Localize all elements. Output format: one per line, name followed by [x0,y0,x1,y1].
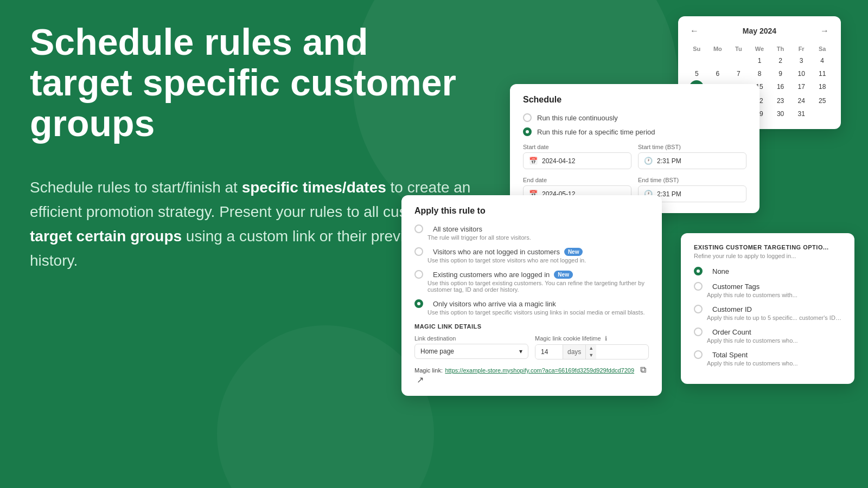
calendar-week-1: 1 2 3 4 [687,54,832,67]
cal-day-4[interactable]: 4 [812,54,832,67]
cal-day-8[interactable]: 8 [750,67,770,80]
targeting-radio-totalspent[interactable] [694,350,703,359]
schedule-radio-specific[interactable] [523,127,532,136]
targeting-option-tags: Customer Tags Apply this rule to custome… [694,282,841,298]
external-link-icon[interactable]: ↗ [417,375,424,384]
targeting-option-tags-row[interactable]: Customer Tags [694,282,841,291]
cal-header-tu: Tu [729,43,749,54]
cal-day-6[interactable]: 6 [708,67,728,80]
start-time-input[interactable]: 🕐 2:31 PM [638,152,746,169]
copy-icon[interactable]: ⧉ [640,365,646,374]
end-time-label: End time (BST) [638,177,746,183]
magic-link-details-row: Link destination Home page ▾ Magic link … [414,335,649,359]
link-destination-field: Link destination Home page ▾ [414,335,528,359]
apply-radio-magiclink[interactable] [414,299,423,308]
apply-option-notloggedin-badge: New [564,248,583,256]
cal-day-empty [708,54,728,67]
apply-rule-title: Apply this rule to [414,206,649,216]
apply-option-loggedin-label: Existing customers who are logged in [433,271,550,279]
schedule-option-specific[interactable]: Run this rule for a specific time period [523,127,746,136]
main-heading: Schedule rules and target specific custo… [30,22,475,143]
targeting-ordercount-label: Order Count [712,328,751,336]
cal-day-30[interactable]: 30 [770,107,790,120]
link-destination-select[interactable]: Home page ▾ [414,344,528,359]
apply-option-loggedin-badge: New [554,271,573,279]
start-date-label: Start date [523,144,631,150]
schedule-option-continuous-label: Run this rule continuously [537,114,618,122]
apply-option-magiclink-label: Only visitors who arrive via a magic lin… [433,300,556,308]
apply-option-all-desc: The rule will trigger for all store visi… [427,234,649,241]
cal-day-5[interactable]: 5 [687,67,707,80]
magic-link-label: Magic link: [414,367,443,374]
apply-radio-notloggedin[interactable] [414,247,423,256]
cal-day-1[interactable]: 1 [750,54,770,67]
calendar-icon: 📅 [529,157,538,165]
cal-day-empty [687,54,707,67]
schedule-option-continuous[interactable]: Run this rule continuously [523,113,746,122]
apply-option-magiclink-desc: Use this option to target specific visit… [427,309,649,316]
cal-day-23[interactable]: 23 [770,94,790,107]
apply-option-notloggedin: Visitors who are not logged in customers… [414,247,649,264]
cal-day-7[interactable]: 7 [729,67,749,80]
targeting-card-title: EXISTING CUSTOMER TARGETING OPTIO... [694,244,841,251]
apply-radio-loggedin[interactable] [414,270,423,279]
cal-header-th: Th [770,43,790,54]
cal-header-fr: Fr [792,43,812,54]
cal-day-17[interactable]: 17 [792,80,812,94]
cal-header-we: We [750,43,770,54]
targeting-radio-id[interactable] [694,305,703,313]
link-destination-value: Home page [420,348,454,355]
clock-icon: 🕐 [644,157,653,165]
targeting-ordercount-desc: Apply this rule to customers who... [707,337,841,344]
targeting-option-ordercount-row[interactable]: Order Count [694,328,841,336]
targeting-none-label: None [712,267,729,275]
lifetime-up-button[interactable]: ▲ [586,345,596,352]
apply-option-all-label: All store visitors [433,225,482,233]
targeting-option-id-row[interactable]: Customer ID [694,305,841,313]
cal-day-9[interactable]: 9 [770,67,790,80]
cal-day-31[interactable]: 31 [792,107,812,120]
schedule-card: Schedule Run this rule continuously Run … [510,84,760,213]
targeting-option-none: None [694,267,841,275]
cal-day-18[interactable]: 18 [812,80,832,94]
cal-day-empty [812,107,832,120]
apply-option-all-row[interactable]: All store visitors [414,224,649,233]
start-time-label: Start time (BST) [638,144,746,150]
lifetime-input[interactable] [535,345,563,359]
magic-link-url-row: Magic link: https://example-store.myshop… [414,365,649,385]
cal-day-2[interactable]: 2 [770,54,790,67]
link-destination-label: Link destination [414,335,528,342]
start-time-value: 2:31 PM [657,157,681,165]
apply-option-loggedin-row[interactable]: Existing customers who are logged in New [414,270,649,279]
calendar-day-headers: Su Mo Tu We Th Fr Sa [687,43,832,54]
lifetime-down-button[interactable]: ▼ [586,352,596,359]
cal-day-empty [729,54,749,67]
targeting-radio-tags[interactable] [694,282,703,291]
cal-day-3[interactable]: 3 [792,54,812,67]
start-date-input[interactable]: 📅 2024-04-12 [523,152,631,169]
schedule-date-row: Start date 📅 2024-04-12 Start time (BST)… [523,144,746,169]
targeting-radio-ordercount[interactable] [694,328,703,336]
cal-day-24[interactable]: 24 [792,94,812,107]
apply-option-magiclink-row[interactable]: Only visitors who arrive via a magic lin… [414,299,649,308]
cal-day-16[interactable]: 16 [770,80,790,94]
lifetime-arrows: ▲ ▼ [585,345,596,359]
targeting-option-totalspent-row[interactable]: Total Spent [694,350,841,359]
targeting-option-totalspent: Total Spent Apply this rule to customers… [694,350,841,367]
apply-radio-all[interactable] [414,224,423,233]
end-time-value: 2:31 PM [657,190,681,198]
cal-day-10[interactable]: 10 [792,67,812,80]
calendar-next-button[interactable]: → [817,25,832,37]
targeting-tags-desc: Apply this rule to customers with... [707,292,841,298]
cal-day-25[interactable]: 25 [812,94,832,107]
apply-option-notloggedin-row[interactable]: Visitors who are not logged in customers… [414,247,649,256]
info-icon: ℹ [605,335,607,342]
magic-link-url[interactable]: https://example-store.myshopify.com?aca=… [445,367,634,374]
start-date-field: Start date 📅 2024-04-12 [523,144,631,169]
cal-day-11[interactable]: 11 [812,67,832,80]
targeting-option-none-row[interactable]: None [694,267,841,275]
schedule-radio-continuous[interactable] [523,113,532,122]
cal-header-sa: Sa [812,43,832,54]
targeting-radio-none[interactable] [694,267,703,275]
calendar-prev-button[interactable]: ← [687,25,702,37]
